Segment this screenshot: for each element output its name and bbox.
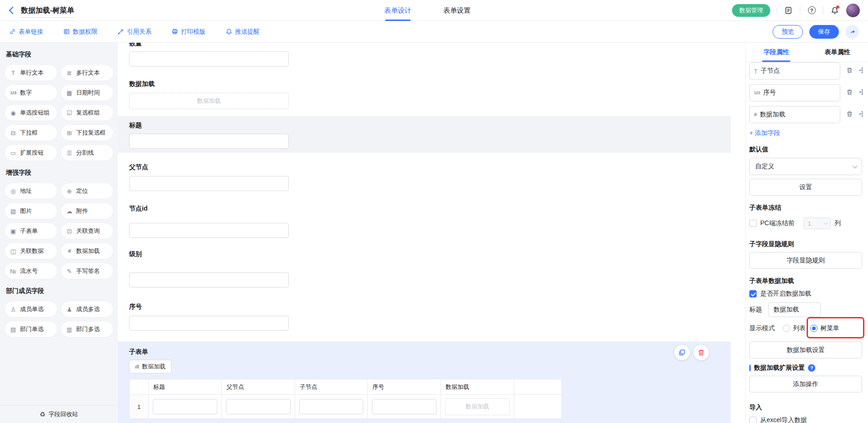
field-recycle-bin[interactable]: ♻ 字段回收站 [0, 405, 118, 423]
mode-option-list[interactable]: 列表 [783, 324, 806, 332]
field-dept-single[interactable]: ▤部门单选 [5, 322, 57, 337]
canvas-subform-block[interactable]: 子表单 ıll 数据加载 标题 父节点 子节点 序号 数据加载 1 [118, 342, 731, 423]
tab-form-properties[interactable]: 表单属性 [807, 43, 868, 62]
help-icon[interactable]: ? [807, 5, 817, 15]
field-subform[interactable]: ▣子表单 [5, 223, 57, 239]
reference-relation-button[interactable]: 引用关系 [117, 28, 151, 36]
row-sequence-input[interactable] [372, 399, 437, 414]
help-icon[interactable]: ? [808, 364, 815, 372]
row-title-input[interactable] [153, 399, 217, 414]
data-load-placeholder-button[interactable]: 数据加载 [129, 93, 289, 109]
tab-field-properties[interactable]: 字段属性 [746, 43, 807, 62]
field-related-query[interactable]: ⊡关联查询 [61, 223, 113, 239]
panel-field-child-node[interactable]: T 子节点 [749, 62, 840, 80]
member-single-icon: ♙ [10, 306, 17, 313]
canvas-field-quantity[interactable]: 数量 [118, 43, 731, 66]
enable-data-load-checkbox[interactable] [749, 290, 757, 297]
canvas-field-title[interactable]: 标题 [118, 116, 731, 153]
header-tabs: 表单设计 表单设置 [384, 0, 471, 21]
tab-form-settings[interactable]: 表单设置 [443, 0, 471, 21]
data-manage-button[interactable]: 数据管理 [732, 4, 770, 17]
field-member-single[interactable]: ♙成员单选 [5, 302, 57, 317]
sequence-input[interactable] [129, 316, 289, 331]
field-radio-group[interactable]: ◉单选按钮组 [5, 105, 57, 121]
field-signature[interactable]: ✎手写签名 [61, 263, 113, 279]
canvas-field-sequence[interactable]: 序号 [118, 303, 731, 331]
field-number[interactable]: 123数字 [5, 85, 57, 101]
row-data-load-button[interactable]: 数据加载 [445, 398, 510, 415]
field-datetime[interactable]: ▦日期时间 [61, 85, 113, 101]
drag-move-icon[interactable] [859, 89, 863, 96]
field-visibility-rules-button[interactable]: 字段显隐规则 [749, 252, 862, 269]
canvas-field-parent-node[interactable]: 父节点 [118, 163, 731, 191]
field-related-data[interactable]: ◫关联数据 [5, 243, 57, 259]
field-data-load[interactable]: ıll数据加载 [61, 243, 113, 259]
chevron-down-icon [824, 221, 828, 224]
data-permission-button[interactable]: 数据权限 [63, 28, 97, 36]
page-title[interactable]: 数据加载-树菜单 [21, 6, 74, 18]
field-attachment[interactable]: ☁附件 [61, 203, 113, 219]
field-member-multi[interactable]: ♟成员多选 [61, 302, 113, 317]
field-extend-button[interactable]: ▭扩展按钮 [5, 145, 57, 161]
default-value-settings-button[interactable]: 设置 [749, 179, 862, 196]
level-input[interactable] [129, 272, 289, 287]
save-button[interactable]: 保存 [809, 25, 839, 39]
canvas-field-data-load[interactable]: 数据加载 数据加载 [118, 80, 731, 109]
delete-field-icon[interactable] [846, 67, 853, 74]
data-load-settings-button[interactable]: 数据加载设置 [749, 342, 862, 358]
field-dept-multi[interactable]: ▥部门多选 [61, 322, 113, 337]
delete-field-icon[interactable] [846, 89, 853, 96]
copy-subform-button[interactable] [674, 345, 690, 360]
node-id-input[interactable] [129, 223, 289, 238]
print-template-button[interactable]: 打印模版 [171, 28, 206, 36]
parent-node-input[interactable] [129, 176, 289, 191]
field-multi-line-text[interactable]: ≣多行文本 [61, 65, 113, 81]
copy-icon [678, 349, 686, 356]
title-input[interactable] [129, 134, 289, 149]
form-link-button[interactable]: 表单链接 [9, 28, 43, 36]
field-address[interactable]: ◎地址 [5, 183, 57, 199]
delete-field-icon[interactable] [846, 111, 853, 117]
default-value-select[interactable]: 自定义 [749, 158, 862, 175]
field-single-line-text[interactable]: T单行文本 [5, 65, 57, 81]
back-icon[interactable] [9, 6, 17, 14]
tree-menu-radio[interactable] [810, 325, 818, 332]
row-parent-node-input[interactable] [226, 399, 291, 414]
field-image[interactable]: ▧图片 [5, 203, 57, 219]
preview-button[interactable]: 预览 [773, 25, 803, 39]
canvas-field-level[interactable]: 级别 [118, 250, 731, 287]
list-radio[interactable] [783, 325, 790, 332]
drag-move-icon[interactable] [859, 111, 863, 117]
field-select[interactable]: ⊟下拉框 [5, 125, 57, 141]
image-icon: ▧ [10, 208, 17, 215]
field-checkbox-group[interactable]: ☑复选框组 [61, 105, 113, 121]
data-load-title-input[interactable] [768, 302, 821, 317]
field-serial-number[interactable]: №流水号 [5, 263, 57, 279]
field-multi-select[interactable]: ⊞下拉复选框 [61, 125, 113, 141]
freeze-checkbox[interactable] [749, 220, 757, 227]
docs-icon[interactable] [783, 5, 793, 15]
mode-option-tree-menu[interactable]: 树菜单 [810, 324, 839, 332]
row-child-node-input[interactable] [299, 399, 363, 414]
freeze-column-select[interactable]: 1 [803, 217, 831, 229]
divider [777, 7, 777, 14]
notification-bell-icon[interactable] [830, 5, 840, 15]
drag-move-icon[interactable] [859, 67, 863, 74]
add-field-link[interactable]: + 添加字段 [749, 129, 780, 137]
panel-field-sequence[interactable]: 123 序号 [749, 84, 840, 101]
field-location[interactable]: ⊕定位 [61, 183, 113, 199]
field-divider[interactable]: ☰分割线 [61, 145, 113, 161]
tab-form-design[interactable]: 表单设计 [384, 0, 411, 21]
member-multi-icon: ♟ [66, 306, 73, 313]
excel-import-checkbox[interactable] [749, 417, 757, 423]
subform-data-load-button[interactable]: ıll 数据加载 [129, 360, 171, 373]
delete-subform-button[interactable] [693, 345, 709, 360]
data-load-title-row: 标题 [749, 302, 863, 317]
avatar[interactable] [846, 4, 860, 17]
quantity-input[interactable] [129, 51, 289, 66]
canvas-field-node-id[interactable]: 节点id [118, 205, 731, 238]
panel-field-data-load[interactable]: ıll 数据加载 [749, 106, 840, 123]
share-icon[interactable] [845, 25, 859, 39]
push-reminder-button[interactable]: 推送提醒 [226, 28, 260, 36]
add-operation-button[interactable]: 添加操作 [749, 376, 862, 393]
